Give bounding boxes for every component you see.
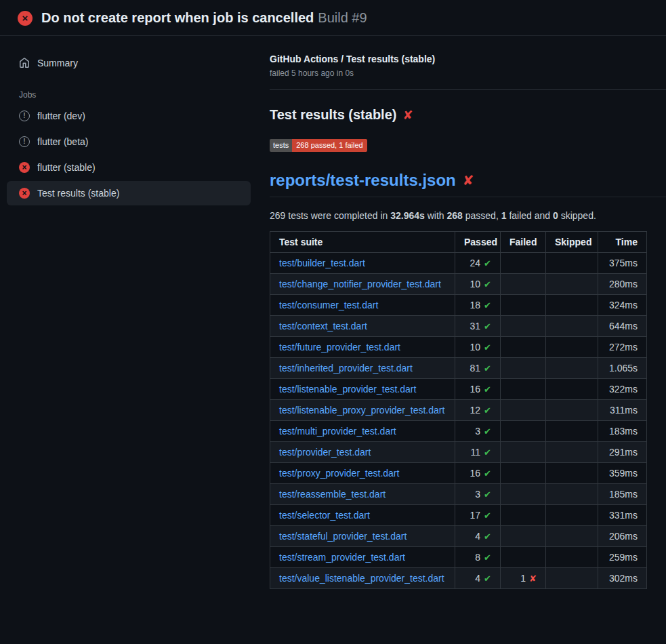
neutral-status-icon: ! <box>19 110 30 121</box>
sidebar-job-test-results-stable[interactable]: ×Test results (stable) <box>7 181 251 205</box>
skipped-cell <box>546 253 598 274</box>
suite-cell: test/builder_test.dart <box>270 253 455 274</box>
check-run-title-text: Test results (stable) <box>270 107 396 123</box>
failed-cell <box>501 505 546 526</box>
run-title: Do not create report when job is cancell… <box>41 10 314 25</box>
check-icon: ✔ <box>484 573 491 584</box>
test-suite-link[interactable]: test/builder_test.dart <box>279 258 365 268</box>
table-row: test/future_provider_test.dart10✔272ms <box>270 337 647 358</box>
passed-cell: 11✔ <box>455 442 501 463</box>
skipped-cell <box>546 337 598 358</box>
col-header-failed: Failed <box>501 232 546 253</box>
jobs-section-label: Jobs <box>19 90 238 100</box>
page-title: Do not create report when job is cancell… <box>41 10 367 26</box>
passed-cell: 12✔ <box>455 400 501 421</box>
time-cell: 375ms <box>598 253 647 274</box>
test-suite-link[interactable]: test/future_provider_test.dart <box>279 342 400 353</box>
tests-badge: tests 268 passed, 1 failed <box>270 139 367 152</box>
time-cell: 183ms <box>598 421 647 442</box>
table-row: test/context_test.dart31✔644ms <box>270 316 647 337</box>
check-icon: ✔ <box>484 321 491 331</box>
sidebar-job-flutter-dev[interactable]: !flutter (dev) <box>7 104 251 128</box>
passed-cell: 10✔ <box>455 274 501 295</box>
time-cell: 185ms <box>598 484 647 505</box>
run-status-line: failed 5 hours ago in 0s <box>270 68 666 78</box>
check-icon: ✔ <box>484 342 491 353</box>
badge-label: tests <box>270 139 292 152</box>
failed-status-icon: × <box>19 188 30 199</box>
failed-cell <box>501 442 546 463</box>
failed-status-icon: × <box>19 162 30 173</box>
passed-cell: 4✔ <box>455 568 501 589</box>
time-cell: 302ms <box>598 568 647 589</box>
test-suite-link[interactable]: test/change_notifier_provider_test.dart <box>279 279 441 289</box>
passed-cell: 17✔ <box>455 505 501 526</box>
skipped-cell <box>546 568 598 589</box>
test-suite-link[interactable]: test/provider_test.dart <box>279 447 371 458</box>
test-suite-link[interactable]: test/listenable_provider_test.dart <box>279 384 416 395</box>
test-suite-link[interactable]: test/multi_provider_test.dart <box>279 426 396 437</box>
test-suite-link[interactable]: test/consumer_test.dart <box>279 300 378 310</box>
failed-cell <box>501 274 546 295</box>
summary-text: 269 tests were completed in <box>270 210 390 221</box>
test-suite-link[interactable]: test/proxy_provider_test.dart <box>279 468 399 479</box>
time-cell: 644ms <box>598 316 647 337</box>
suite-cell: test/consumer_test.dart <box>270 295 455 316</box>
job-label: flutter (beta) <box>37 136 88 147</box>
time-cell: 259ms <box>598 547 647 568</box>
time-cell: 331ms <box>598 505 647 526</box>
sidebar: Summary Jobs !flutter (dev)!flutter (bet… <box>0 36 257 207</box>
job-label: flutter (stable) <box>37 162 96 173</box>
failed-cell <box>501 316 546 337</box>
sidebar-item-summary[interactable]: Summary <box>7 51 251 75</box>
failed-cell <box>501 463 546 484</box>
time-cell: 206ms <box>598 526 647 547</box>
report-file-link[interactable]: reports/test-results.json <box>270 171 456 190</box>
test-suite-link[interactable]: test/value_listenable_provider_test.dart <box>279 573 444 584</box>
table-row: test/listenable_provider_test.dart16✔322… <box>270 379 647 400</box>
test-suite-link[interactable]: test/context_test.dart <box>279 321 367 331</box>
table-row: test/stateful_provider_test.dart4✔206ms <box>270 526 647 547</box>
sidebar-jobs: !flutter (dev)!flutter (beta)×flutter (s… <box>0 104 257 205</box>
suite-cell: test/listenable_provider_test.dart <box>270 379 455 400</box>
time-cell: 311ms <box>598 400 647 421</box>
suite-cell: test/selector_test.dart <box>270 505 455 526</box>
summary-text: failed and <box>507 210 554 221</box>
table-row: test/stream_provider_test.dart8✔259ms <box>270 547 647 568</box>
passed-cell: 3✔ <box>455 421 501 442</box>
test-suite-link[interactable]: test/reassemble_test.dart <box>279 489 386 500</box>
test-suite-link[interactable]: test/inherited_provider_test.dart <box>279 363 413 374</box>
time-cell: 1.065s <box>598 358 647 379</box>
suite-cell: test/change_notifier_provider_test.dart <box>270 274 455 295</box>
test-suite-link[interactable]: test/selector_test.dart <box>279 510 370 521</box>
passed-cell: 3✔ <box>455 484 501 505</box>
suite-cell: test/reassemble_test.dart <box>270 484 455 505</box>
test-suite-link[interactable]: test/listenable_proxy_provider_test.dart <box>279 405 444 416</box>
layout: Summary Jobs !flutter (dev)!flutter (bet… <box>0 36 666 589</box>
table-row: test/multi_provider_test.dart3✔183ms <box>270 421 647 442</box>
test-suite-link[interactable]: test/stateful_provider_test.dart <box>279 531 407 542</box>
check-icon: ✔ <box>484 426 491 437</box>
sidebar-job-flutter-beta[interactable]: !flutter (beta) <box>7 129 251 154</box>
breadcrumb: GitHub Actions / Test results (stable) <box>270 54 666 64</box>
job-label: Test results (stable) <box>37 188 119 199</box>
failed-cell <box>501 400 546 421</box>
check-icon: ✔ <box>484 447 491 458</box>
table-row: test/change_notifier_provider_test.dart1… <box>270 274 647 295</box>
suite-cell: test/multi_provider_test.dart <box>270 421 455 442</box>
build-number: Build #9 <box>318 10 367 25</box>
passed-cell: 8✔ <box>455 547 501 568</box>
table-row: test/reassemble_test.dart3✔185ms <box>270 484 647 505</box>
check-icon: ✔ <box>484 510 491 521</box>
failed-cell: 1✘ <box>501 568 546 589</box>
failed-cell <box>501 295 546 316</box>
neutral-status-icon: ! <box>19 136 30 147</box>
test-suite-link[interactable]: test/stream_provider_test.dart <box>279 552 405 563</box>
skipped-cell <box>546 316 598 337</box>
time-cell: 272ms <box>598 337 647 358</box>
skipped-cell <box>546 484 598 505</box>
check-icon: ✔ <box>484 258 491 268</box>
x-icon: ✘ <box>529 573 537 584</box>
passed-cell: 31✔ <box>455 316 501 337</box>
sidebar-job-flutter-stable[interactable]: ×flutter (stable) <box>7 155 251 180</box>
